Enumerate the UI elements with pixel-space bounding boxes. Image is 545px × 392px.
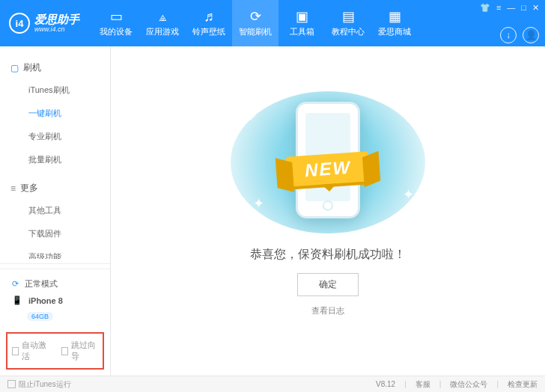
footer-check-update[interactable]: 检查更新 [508,379,538,390]
tab-flash[interactable]: ⟳智能刷机 [232,0,278,46]
sidebar-item-download-firmware[interactable]: 下载固件 [0,222,110,245]
checkbox-auto-activate[interactable]: 自动激活 [12,340,49,362]
book-icon: ▤ [342,10,355,23]
logo-icon: i4 [9,13,30,34]
download-button[interactable]: ↓ [500,27,517,43]
highlighted-options: 自动激活 跳过向导 [6,332,104,370]
flash-icon: ⟳ [250,10,261,23]
success-illustration: ✦ ✦ ✦ ✦ NEW [231,91,425,233]
sidebar-group-more: ≡更多 [0,177,110,199]
minimize-button[interactable]: — [507,3,515,13]
close-button[interactable]: ✕ [532,3,539,13]
phone-icon: ▭ [110,10,123,23]
device-icon: 📱 [12,295,22,305]
device-mode[interactable]: ⟳正常模式 [7,275,103,293]
status-bar: 阻止iTunes运行 V8.12 | 客服 | 微信公众号 | 检查更新 [0,376,545,392]
checkbox-skip-guide[interactable]: 跳过向导 [61,340,99,362]
tshirt-icon[interactable]: 👕 [480,3,490,13]
phone-outline-icon: ▢ [10,63,19,73]
menu-icon[interactable]: ≡ [496,3,501,13]
sidebar: ▢刷机 iTunes刷机 一键刷机 专业刷机 批量刷机 ≡更多 其他工具 下载固… [0,46,111,376]
title-bar: i4 爱思助手 www.i4.cn ▭我的设备 ⟁应用游戏 ♬铃声壁纸 ⟳智能刷… [0,0,545,46]
sidebar-item-batch-flash[interactable]: 批量刷机 [0,148,110,171]
user-button[interactable]: 👤 [523,27,539,43]
appstore-icon: ⟁ [159,10,167,23]
ok-button[interactable]: 确定 [297,273,359,296]
sidebar-item-advanced[interactable]: 高级功能 [0,245,110,259]
music-icon: ♬ [204,10,214,23]
sidebar-item-itunes-flash[interactable]: iTunes刷机 [0,79,110,102]
success-message: 恭喜您，保资料刷机成功啦！ [250,247,406,263]
sidebar-item-other-tools[interactable]: 其他工具 [0,199,110,222]
tab-store[interactable]: ▦爱思商城 [371,0,418,46]
tab-my-device[interactable]: ▭我的设备 [93,0,139,46]
view-log-link[interactable]: 查看日志 [311,305,344,316]
tab-tutorials[interactable]: ▤教程中心 [325,0,371,46]
hamburger-icon: ≡ [10,183,16,194]
app-url: www.i4.cn [34,25,79,33]
maximize-button[interactable]: □ [521,3,526,13]
top-nav: ▭我的设备 ⟁应用游戏 ♬铃声壁纸 ⟳智能刷机 ▣工具箱 ▤教程中心 ▦爱思商城 [93,0,418,46]
sidebar-item-pro-flash[interactable]: 专业刷机 [0,125,110,148]
footer-wechat[interactable]: 微信公众号 [450,379,487,390]
version-label: V8.12 [376,380,395,388]
device-name[interactable]: 📱iPhone 8 [7,293,103,308]
footer-support[interactable]: 客服 [415,379,430,390]
toolbox-icon: ▣ [296,10,308,23]
refresh-icon: ⟳ [12,279,19,289]
device-capacity-badge: 64GB [27,312,53,321]
checkbox-block-itunes[interactable]: 阻止iTunes运行 [7,379,71,390]
tab-apps[interactable]: ⟁应用游戏 [139,0,186,46]
new-badge: NEW [286,151,371,187]
tab-ringtones[interactable]: ♬铃声壁纸 [186,0,232,46]
main-panel: ✦ ✦ ✦ ✦ NEW 恭喜您，保资料刷机成功啦！ 确定 查看日志 [111,46,545,376]
sidebar-group-flash: ▢刷机 [0,57,110,79]
sidebar-item-oneclick-flash[interactable]: 一键刷机 [0,102,110,125]
cart-icon: ▦ [389,10,401,23]
app-logo: i4 爱思助手 www.i4.cn [9,13,79,34]
tab-toolbox[interactable]: ▣工具箱 [278,0,325,46]
app-name: 爱思助手 [34,13,79,26]
